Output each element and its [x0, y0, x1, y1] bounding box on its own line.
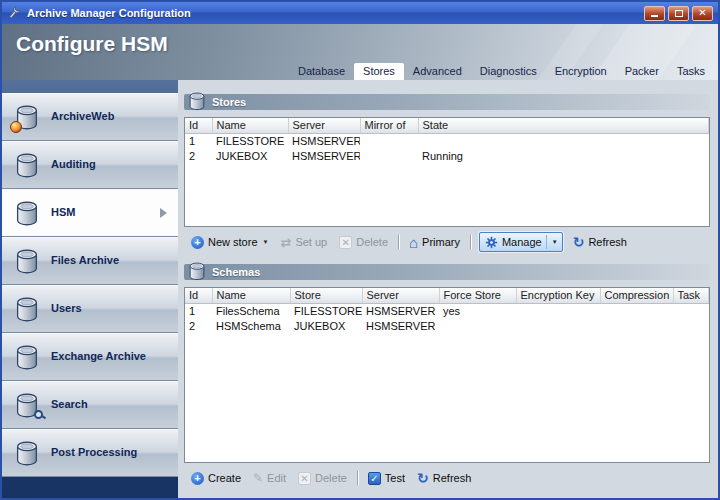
database-drum-icon	[12, 294, 42, 324]
primary-button[interactable]: ⌂ Primary	[404, 233, 465, 252]
sidebar-item-auditing[interactable]: Auditing	[2, 141, 178, 189]
table-cell	[516, 318, 600, 333]
sidebar-item-hsm[interactable]: HSM	[2, 189, 178, 237]
create-schema-button[interactable]: + Create	[186, 470, 246, 487]
refresh-schemas-label: Refresh	[433, 472, 472, 484]
toolbar-separator	[357, 471, 358, 485]
delete-icon: ✕	[298, 472, 311, 485]
schemas-table: IdNameStoreServerForce StoreEncryption K…	[185, 288, 709, 333]
gear-icon	[485, 236, 498, 249]
column-header-id[interactable]: Id	[185, 288, 212, 303]
column-header-id[interactable]: Id	[185, 118, 212, 133]
tab-advanced[interactable]: Advanced	[404, 63, 471, 80]
tab-diagnostics[interactable]: Diagnostics	[471, 63, 546, 80]
table-row[interactable]: 2JUKEBOXHSMSERVERRunning	[185, 148, 709, 163]
set-up-label: Set up	[295, 236, 327, 248]
users-icon	[12, 294, 42, 324]
sidebar-item-label: Search	[51, 398, 149, 412]
close-icon: ✕	[698, 8, 706, 18]
post-processing-icon	[12, 438, 42, 468]
set-up-button[interactable]: ⇄ Set up	[275, 233, 332, 252]
archive-manager-window: Archive Manager Configuration ✕ Configur…	[0, 0, 720, 500]
table-row[interactable]: 2HSMSchemaJUKEBOXHSMSERVER	[185, 318, 709, 333]
table-cell: 2	[185, 148, 212, 163]
column-header-server[interactable]: Server	[362, 288, 439, 303]
sidebar-item-label: Auditing	[51, 158, 149, 172]
column-header-mirror-of[interactable]: Mirror of	[360, 118, 418, 133]
column-header-force-store[interactable]: Force Store	[439, 288, 516, 303]
schemas-section-title: Schemas	[212, 266, 260, 278]
sidebar-item-label: Users	[51, 302, 149, 316]
edit-icon: ✎	[253, 471, 263, 485]
table-cell	[360, 148, 418, 163]
table-cell: FILESSTORE	[212, 133, 288, 148]
tab-packer[interactable]: Packer	[616, 63, 668, 80]
test-label: Test	[385, 472, 405, 484]
column-header-name[interactable]: Name	[212, 288, 290, 303]
page-header: Configure HSM DatabaseStoresAdvancedDiag…	[2, 24, 718, 80]
plus-icon: +	[191, 236, 204, 249]
minimize-icon	[651, 15, 658, 17]
page-title: Configure HSM	[16, 32, 168, 56]
table-cell: HSMSERVER	[288, 148, 360, 163]
tab-tasks[interactable]: Tasks	[668, 63, 714, 80]
hsm-icon	[12, 198, 42, 228]
sidebar-item-files-archive[interactable]: Files Archive	[2, 237, 178, 285]
sidebar-item-label: Post Processing	[51, 446, 149, 460]
table-row[interactable]: 1FilesSchemaFILESSTOREHSMSERVERyes	[185, 303, 709, 318]
column-header-server[interactable]: Server	[288, 118, 360, 133]
table-cell	[516, 303, 600, 318]
maximize-button[interactable]	[668, 6, 689, 21]
tab-database[interactable]: Database	[289, 63, 354, 80]
refresh-schemas-button[interactable]: ↻ Refresh	[412, 469, 476, 487]
new-store-button[interactable]: + New store ▼	[186, 234, 273, 251]
database-drum-icon	[12, 198, 42, 228]
table-cell	[600, 303, 673, 318]
sidebar-item-archiveweb[interactable]: ArchiveWeb	[2, 93, 178, 141]
table-cell: HSMSERVER	[288, 133, 360, 148]
stores-drum-icon	[186, 90, 208, 112]
sidebar-item-search[interactable]: Search	[2, 381, 178, 429]
delete-store-button[interactable]: ✕ Delete	[334, 234, 393, 251]
table-row[interactable]: 1FILESSTOREHSMSERVER	[185, 133, 709, 148]
column-header-compression[interactable]: Compression	[600, 288, 673, 303]
sidebar-item-label: Files Archive	[51, 254, 149, 268]
set-up-icon: ⇄	[280, 235, 291, 250]
sidebar-item-exchange-archive[interactable]: Exchange Archive	[2, 333, 178, 381]
delete-schema-button[interactable]: ✕ Delete	[293, 470, 352, 487]
table-cell: 1	[185, 133, 212, 148]
manage-button[interactable]: Manage ▼	[479, 232, 563, 252]
sidebar-item-post-processing[interactable]: Post Processing	[2, 429, 178, 477]
edit-label: Edit	[267, 472, 286, 484]
column-header-state[interactable]: State	[418, 118, 709, 133]
stores-section-header: Stores	[184, 94, 710, 110]
test-button[interactable]: ✓ Test	[363, 470, 410, 487]
main-content: Stores IdNameServerMirror ofState 1FILES…	[178, 80, 718, 498]
delete-icon: ✕	[339, 236, 352, 249]
sidebar-item-users[interactable]: Users	[2, 285, 178, 333]
table-cell	[673, 303, 709, 318]
stores-section-title: Stores	[212, 96, 246, 108]
manage-divider	[546, 235, 547, 249]
tab-stores[interactable]: Stores	[354, 63, 404, 80]
column-header-store[interactable]: Store	[290, 288, 362, 303]
tab-encryption[interactable]: Encryption	[546, 63, 616, 80]
minimize-button[interactable]	[644, 6, 665, 21]
edit-schema-button[interactable]: ✎ Edit	[248, 469, 291, 487]
sidebar-item-label: ArchiveWeb	[51, 110, 149, 124]
magnifier-icon	[34, 410, 43, 419]
toolbar-separator	[470, 235, 471, 249]
table-cell: HSMSchema	[212, 318, 290, 333]
column-header-task[interactable]: Task	[673, 288, 709, 303]
refresh-stores-button[interactable]: ↻ Refresh	[568, 233, 632, 251]
close-button[interactable]: ✕	[692, 6, 713, 21]
window-controls: ✕	[644, 6, 713, 21]
table-cell: 2	[185, 318, 212, 333]
check-icon: ✓	[368, 472, 381, 485]
table-cell: FILESSTORE	[290, 303, 362, 318]
column-header-name[interactable]: Name	[212, 118, 288, 133]
table-cell: yes	[439, 303, 516, 318]
column-header-encryption-key[interactable]: Encryption Key	[516, 288, 600, 303]
sidebar-item-label: HSM	[51, 206, 149, 220]
sidebar: ArchiveWebAuditingHSMFiles ArchiveUsersE…	[2, 80, 178, 498]
